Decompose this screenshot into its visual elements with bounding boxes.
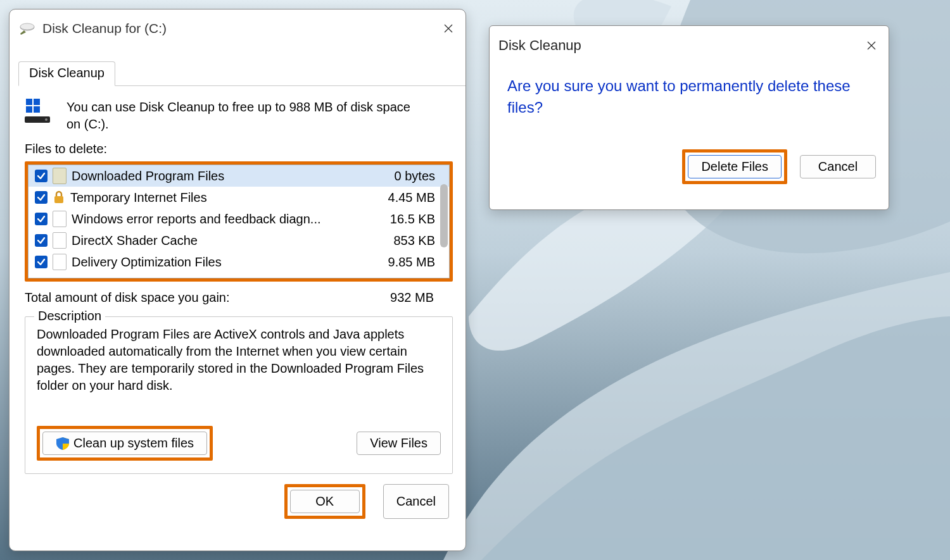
file-row[interactable]: Temporary Internet Files4.45 MB xyxy=(28,187,449,208)
checkbox[interactable] xyxy=(35,234,48,247)
confirm-question: Are you sure you want to permanently del… xyxy=(490,61,889,118)
file-icon xyxy=(53,232,66,249)
svg-point-2 xyxy=(20,23,34,30)
total-label: Total amount of disk space you gain: xyxy=(25,290,230,305)
description-text: Downloaded Program Files are ActiveX con… xyxy=(37,326,441,394)
file-name: Delivery Optimization Files xyxy=(72,255,373,270)
checkbox[interactable] xyxy=(35,213,48,225)
files-to-delete-label: Files to delete: xyxy=(25,142,453,156)
tab-disk-cleanup[interactable]: Disk Cleanup xyxy=(18,61,115,86)
total-row: Total amount of disk space you gain: 932… xyxy=(25,290,453,305)
clean-system-files-label: Clean up system files xyxy=(73,436,194,451)
checkbox[interactable] xyxy=(35,191,48,204)
clean-system-files-button[interactable]: Clean up system files xyxy=(42,432,207,455)
file-row[interactable]: Windows error reports and feedback diagn… xyxy=(28,208,449,230)
file-row[interactable]: DirectX Shader Cache853 KB xyxy=(28,230,449,251)
file-size: 4.45 MB xyxy=(378,190,435,205)
confirm-dialog: Disk Cleanup Are you sure you want to pe… xyxy=(489,25,889,210)
cancel-button[interactable]: Cancel xyxy=(383,484,449,519)
confirm-title: Disk Cleanup xyxy=(498,37,861,54)
shield-icon xyxy=(56,437,70,451)
file-name: Windows error reports and feedback diagn… xyxy=(72,212,373,227)
file-size: 9.85 MB xyxy=(378,255,435,270)
file-name: Downloaded Program Files xyxy=(72,169,373,184)
delete-files-button[interactable]: Delete Files xyxy=(688,155,782,178)
file-size: 853 KB xyxy=(378,233,435,248)
scrollbar[interactable] xyxy=(440,184,448,247)
titlebar: Disk Cleanup for (C:) xyxy=(10,9,466,44)
file-list[interactable]: Downloaded Program Files0 bytesTemporary… xyxy=(28,165,450,278)
checkbox[interactable] xyxy=(35,256,48,268)
disk-icon xyxy=(18,22,36,35)
file-icon xyxy=(53,254,66,270)
ok-button[interactable]: OK xyxy=(290,490,360,513)
disk-cleanup-window: Disk Cleanup for (C:) Disk Cleanup You c… xyxy=(9,9,466,551)
delete-files-highlight: Delete Files xyxy=(682,149,787,184)
window-title: Disk Cleanup for (C:) xyxy=(42,21,438,36)
intro-text: You can use Disk Cleanup to free up to 9… xyxy=(66,99,428,133)
intro-row: You can use Disk Cleanup to free up to 9… xyxy=(25,99,453,133)
folder-icon xyxy=(53,168,66,184)
ok-highlight: OK xyxy=(284,484,365,519)
svg-rect-3 xyxy=(54,196,63,203)
description-group: Description Downloaded Program Files are… xyxy=(25,316,453,474)
file-icon xyxy=(53,211,66,227)
file-size: 16.5 KB xyxy=(378,212,435,227)
checkbox[interactable] xyxy=(35,170,48,182)
description-legend: Description xyxy=(34,309,105,323)
clean-system-highlight: Clean up system files xyxy=(37,426,213,461)
confirm-cancel-button[interactable]: Cancel xyxy=(800,155,876,178)
tabstrip: Disk Cleanup xyxy=(18,61,466,86)
file-name: DirectX Shader Cache xyxy=(72,233,373,248)
file-size: 0 bytes xyxy=(378,169,435,184)
total-value: 932 MB xyxy=(390,290,434,305)
drive-icon xyxy=(25,99,54,128)
lock-icon xyxy=(53,190,65,205)
file-list-highlight: Downloaded Program Files0 bytesTemporary… xyxy=(25,161,453,282)
file-row[interactable]: Delivery Optimization Files9.85 MB xyxy=(28,251,449,273)
close-icon[interactable] xyxy=(861,35,882,56)
file-row[interactable]: Downloaded Program Files0 bytes xyxy=(28,165,449,187)
close-icon[interactable] xyxy=(438,18,459,39)
file-name: Temporary Internet Files xyxy=(70,190,373,205)
view-files-button[interactable]: View Files xyxy=(357,432,441,455)
